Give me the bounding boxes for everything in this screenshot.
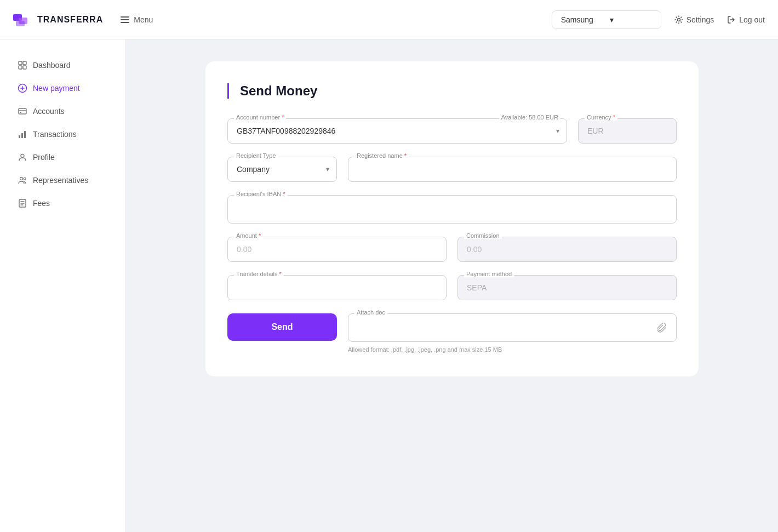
header: TRANSFERRA Menu Samsung ▾ Settings Log o…: [0, 0, 778, 39]
account-available: Available: 58.00 EUR: [499, 114, 560, 121]
sidebar-transactions-label: Transactions: [33, 130, 77, 139]
sidebar-item-new-payment[interactable]: New payment: [9, 78, 117, 99]
svg-rect-6: [19, 66, 22, 69]
svg-rect-10: [20, 112, 21, 113]
logo-text: TRANSFERRA: [37, 15, 103, 25]
company-chevron-icon: ▾: [610, 15, 652, 24]
account-number-label: Account number *: [234, 114, 286, 121]
transfer-details-required-mark: *: [279, 271, 281, 277]
account-number-input[interactable]: [227, 118, 567, 144]
currency-group: Currency *: [578, 118, 677, 144]
fees-icon: [18, 198, 27, 208]
sidebar-item-fees[interactable]: Fees: [9, 193, 117, 214]
sidebar-representatives-label: Representatives: [33, 176, 88, 185]
svg-rect-5: [23, 61, 26, 65]
sidebar-item-dashboard[interactable]: Dashboard: [9, 55, 117, 76]
currency-required-mark: *: [613, 114, 615, 121]
svg-point-15: [20, 178, 23, 180]
account-number-group: Account number * Available: 58.00 EUR ▾: [227, 118, 567, 144]
recipient-type-group: Recipient Type Company Individual ▾: [227, 157, 337, 182]
sidebar-item-profile[interactable]: Profile: [9, 147, 117, 168]
profile-icon: [18, 152, 27, 162]
registered-name-input[interactable]: [348, 157, 677, 182]
recipient-iban-required-mark: *: [283, 191, 285, 197]
gear-icon: [674, 15, 683, 24]
recipient-type-select[interactable]: Company Individual: [227, 157, 337, 182]
svg-point-14: [21, 155, 24, 158]
sidebar-new-payment-label: New payment: [33, 84, 80, 93]
transfer-details-input[interactable]: [227, 275, 447, 300]
new-payment-icon: [18, 83, 27, 93]
page-title: Send Money: [227, 83, 677, 99]
logout-label: Log out: [739, 15, 765, 24]
sidebar-item-transactions[interactable]: Transactions: [9, 124, 117, 145]
svg-rect-13: [24, 131, 26, 138]
svg-rect-9: [19, 108, 26, 114]
payment-method-label: Payment method: [464, 271, 514, 277]
amount-required-mark: *: [259, 232, 261, 239]
attach-doc-input[interactable]: [348, 313, 677, 342]
settings-button[interactable]: Settings: [674, 15, 714, 24]
registered-name-label: Registered name *: [354, 152, 409, 159]
accounts-icon: [18, 106, 27, 116]
commission-group: Commission: [457, 237, 677, 262]
svg-rect-11: [19, 135, 20, 138]
recipient-iban-group: Recipient's IBAN *: [227, 195, 677, 224]
recipient-iban-label: Recipient's IBAN *: [234, 191, 288, 197]
company-name: Samsung: [561, 15, 603, 24]
form-row-recipient: Recipient Type Company Individual ▾ Regi…: [227, 157, 677, 182]
transactions-icon: [18, 129, 27, 139]
attach-doc-group: Attach doc Allowed format: .pdf, .jpg, .…: [348, 313, 677, 354]
page-card: Send Money Account number * Available: 5…: [205, 61, 699, 376]
account-select-wrapper: ▾: [227, 118, 567, 144]
transfer-details-group: Transfer details *: [227, 275, 447, 300]
form-row-transfer-details: Transfer details * Payment method: [227, 275, 677, 300]
account-required-mark: *: [282, 114, 284, 121]
paperclip-icon: [657, 323, 667, 333]
dashboard-icon: [18, 60, 27, 70]
sidebar-profile-label: Profile: [33, 153, 55, 162]
form-row-send: Send Attach doc Allowed format: .pdf, .j…: [227, 313, 677, 354]
hamburger-icon: [121, 16, 129, 23]
main-layout: Dashboard New payment Accounts: [0, 39, 778, 532]
logo: TRANSFERRA: [13, 12, 103, 27]
registered-name-group: Registered name *: [348, 157, 677, 182]
recipient-type-label: Recipient Type: [234, 152, 278, 159]
attach-doc-label: Attach doc: [354, 309, 387, 316]
sidebar-fees-label: Fees: [33, 199, 50, 208]
payment-method-group: Payment method: [457, 275, 677, 300]
svg-point-16: [24, 178, 26, 180]
svg-point-3: [677, 18, 680, 21]
form-row-amount: Amount * Commission: [227, 237, 677, 262]
sidebar-dashboard-label: Dashboard: [33, 61, 71, 70]
svg-rect-4: [19, 61, 22, 65]
currency-input: [578, 118, 677, 144]
amount-label: Amount *: [234, 232, 263, 239]
settings-label: Settings: [687, 15, 714, 24]
menu-label: Menu: [134, 15, 153, 24]
content-area: Send Money Account number * Available: 5…: [126, 39, 778, 532]
company-selector[interactable]: Samsung ▾: [552, 10, 661, 29]
sidebar: Dashboard New payment Accounts: [0, 39, 126, 532]
svg-rect-2: [16, 21, 25, 26]
header-actions: Settings Log out: [674, 15, 765, 24]
sidebar-item-accounts[interactable]: Accounts: [9, 101, 117, 122]
svg-rect-12: [21, 133, 23, 138]
logout-button[interactable]: Log out: [727, 15, 765, 24]
logo-icon: [13, 12, 33, 27]
registered-name-required-mark: *: [404, 152, 407, 159]
commission-input: [457, 237, 677, 262]
amount-input[interactable]: [227, 237, 447, 262]
payment-method-input: [457, 275, 677, 300]
sidebar-item-representatives[interactable]: Representatives: [9, 170, 117, 191]
attach-hint: Allowed format: .pdf, .jpg, .jpeg, .png …: [348, 345, 677, 354]
recipient-iban-input[interactable]: [227, 195, 677, 224]
logout-icon: [727, 15, 736, 24]
transfer-details-label: Transfer details *: [234, 271, 284, 277]
recipient-type-select-wrapper: Company Individual ▾: [227, 157, 337, 182]
menu-button[interactable]: Menu: [121, 15, 153, 24]
amount-group: Amount *: [227, 237, 447, 262]
currency-label: Currency *: [585, 114, 617, 121]
send-button[interactable]: Send: [227, 313, 337, 341]
svg-rect-7: [23, 66, 26, 69]
